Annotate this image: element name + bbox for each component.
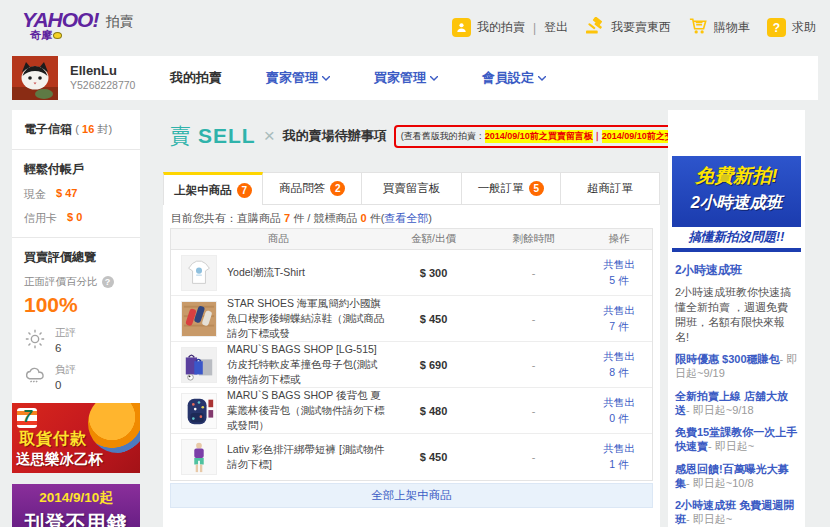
nav-member-settings[interactable]: 會員設定: [482, 69, 546, 87]
positive-label: 正評: [55, 326, 76, 340]
table-row: STAR SHOES 海軍風簡約小國旗魚口楔形後蝴蝶結涼鞋（測試商品請勿下標或發…: [171, 296, 652, 342]
sold-count-link[interactable]: 共售出1 件: [586, 441, 652, 473]
table-row: MARU`S BAGS SHOP 後背包 夏葉叢林後背包（測試物件請勿下標或發問…: [171, 388, 652, 434]
news-item: 全新拍賣上線 店舖大放送- 即日起~9/18: [675, 390, 798, 418]
price: $ 450: [386, 451, 481, 463]
positive-rating-row: 正評 6: [24, 326, 128, 354]
chevron-down-icon: [538, 76, 546, 81]
product-title-link[interactable]: STAR SHOES 海軍風簡約小國旗魚口楔形後蝴蝶結涼鞋（測試商品請勿下標或發: [227, 296, 386, 342]
mailbox-link[interactable]: 電子信箱: [24, 122, 72, 136]
legacy-board-link[interactable]: 2014/09/10前之買賣留言板: [485, 130, 593, 143]
negative-label: 負評: [55, 363, 76, 377]
table-header-row: 商品 金額/出價 剩餘時間 操作: [171, 229, 652, 250]
product-title-link[interactable]: Yodel潮流T-Shirt: [227, 265, 305, 280]
card-label: 信用卡: [24, 211, 57, 226]
logout-link[interactable]: 登出: [544, 19, 568, 36]
news-item: 限時優惠 $300穩賺包- 即日起~9/19: [675, 353, 798, 381]
seven-eleven-logo: 7: [17, 408, 37, 428]
thumbnail-shorts[interactable]: [181, 439, 217, 475]
positive-count: 6: [55, 342, 76, 354]
tab-listed-items[interactable]: 上架中商品7: [163, 172, 263, 205]
header-action: 操作: [586, 232, 652, 246]
table-row: Yodel潮流T-Shirt $ 300 - 共售出5 件: [171, 250, 652, 296]
news-list: 2小時速成班 2小時速成班教你快速搞懂全新拍賣 ，週週免費開班，名額有限快來報名…: [668, 252, 805, 527]
thumbnail-bags[interactable]: [181, 347, 217, 383]
slurpee-cup-image: [88, 403, 140, 453]
tab-store-orders[interactable]: 超商訂單: [561, 172, 660, 205]
gavel-icon: [585, 17, 605, 38]
time-remaining: -: [481, 313, 586, 325]
all-listed-items-link[interactable]: 全部上架中商品: [170, 483, 653, 508]
yahoo-wordmark: YAHOO!: [22, 9, 98, 30]
nav-buyer-manage[interactable]: 買家管理: [374, 69, 438, 87]
sold-count-link[interactable]: 共售出8 件: [586, 349, 652, 381]
easypay-title[interactable]: 輕鬆付帳戶: [24, 161, 128, 178]
question-icon[interactable]: ?: [102, 276, 114, 288]
sell-item-link[interactable]: 我要賣東西: [585, 17, 671, 38]
tab-general-orders[interactable]: 一般訂單5: [462, 172, 561, 205]
cart-link[interactable]: 購物車: [688, 17, 750, 38]
badge-count: 7: [237, 183, 252, 198]
ad-text: 免費新拍!: [672, 156, 801, 189]
tab-product-qa[interactable]: 商品問答2: [263, 172, 362, 205]
badge-count: 2: [330, 181, 345, 196]
news-intro-title[interactable]: 2小時速成班: [675, 262, 798, 279]
yahoo-auction-seller-page: YAHOO! 奇摩 拍賣 我的拍賣 | 登出 我要賣東西 購物車 ?: [0, 0, 830, 527]
tab-bar: 上架中商品7 商品問答2 買賣留言板 一般訂單5 超商訂單: [163, 172, 660, 205]
time-remaining: -: [481, 405, 586, 417]
product-title-link[interactable]: MARU`S BAGS SHOP 後背包 夏葉叢林後背包（測試物件請勿下標或發問…: [227, 388, 386, 434]
news-item-link[interactable]: 限時優惠 $300穩賺包: [675, 353, 780, 365]
chevron-down-icon: [430, 76, 438, 81]
rating-section: 買賣評價總覽 正面評價百分比? 100% 正評 6 負評 0 總評價6: [12, 238, 140, 429]
seven-eleven-ad-banner[interactable]: 7 取貨付款 送思樂冰乙杯: [12, 403, 140, 473]
username: EllenLu: [70, 63, 117, 78]
utility-bar: 我的拍賣 | 登出 我要賣東西 購物車 ? 求助: [452, 17, 816, 38]
table-row: MARU`S BAGS SHOP [LG-515]仿皮托特軟皮革撞色母子包(測試…: [171, 342, 652, 388]
price: $ 690: [386, 359, 481, 371]
tab-message-board[interactable]: 買賣留言板: [362, 172, 461, 205]
product-title-link[interactable]: MARU`S BAGS SHOP [LG-515]仿皮托特軟皮革撞色母子包(測試…: [227, 342, 386, 388]
chevron-down-icon: [322, 76, 330, 81]
free-listing-ad-banner[interactable]: 2014/9/10起 刊登不用錢: [12, 484, 140, 527]
listed-items-table: 商品 金額/出價 剩餘時間 操作 Yodel潮流T-Shirt $ 300 - …: [170, 228, 653, 481]
negative-count: 0: [55, 379, 76, 391]
time-remaining: -: [481, 267, 586, 279]
thumbnail-backpack[interactable]: [181, 393, 217, 429]
sold-count-link[interactable]: 共售出5 件: [586, 257, 652, 289]
ad-text: 取貨付款: [19, 429, 87, 450]
cash-value: $ 47: [56, 187, 77, 202]
help-link[interactable]: ? 求助: [767, 18, 816, 37]
listing-summary: 目前您共有：直購商品 7 件 / 競標商品 0 件(查看全部): [171, 211, 432, 226]
negative-rating-row: 負評 0: [24, 363, 128, 391]
time-remaining: -: [481, 359, 586, 371]
cash-label: 現金: [24, 187, 46, 202]
sun-icon: [24, 328, 46, 350]
avatar[interactable]: [12, 56, 58, 100]
user-icon: [452, 18, 471, 37]
header-price: 金額/出價: [386, 232, 481, 246]
easypay-section: 輕鬆付帳戶 現金$ 47 信用卡$ 0: [12, 150, 140, 238]
nav-my-auction[interactable]: 我的拍賣: [170, 69, 222, 87]
yahoo-kimo-auction-logo[interactable]: YAHOO! 奇摩 拍賣: [22, 9, 133, 43]
product-title-link[interactable]: Lativ 彩色排汗綁帶短褲 [測試物件請勿下標]: [227, 442, 386, 472]
cart-icon: [688, 17, 708, 38]
main-nav: 我的拍賣 賣家管理 買家管理 會員設定: [170, 56, 546, 100]
thumbnail-tshirt[interactable]: [181, 255, 217, 291]
rain-cloud-icon: [24, 365, 46, 387]
news-item: 2小時速成班 免費週週開班- 即日起~: [675, 499, 798, 527]
crash-course-ad-banner[interactable]: 免費新拍! 2小時速成班 搞懂新拍沒問題!!: [672, 156, 801, 252]
nav-seller-manage[interactable]: 賣家管理: [266, 69, 330, 87]
sold-count-link[interactable]: 共售出7 件: [586, 303, 652, 335]
title-en: SELL: [198, 124, 256, 148]
ad-text: 刊登不用錢: [12, 509, 140, 527]
view-all-link[interactable]: 查看全部: [384, 212, 428, 224]
thumbnail-shoes[interactable]: [181, 301, 217, 337]
user-bar: EllenLu Y5268228770 我的拍賣 賣家管理 買家管理 會員設定: [12, 56, 818, 100]
my-auction-link[interactable]: 我的拍賣 | 登出: [452, 18, 568, 37]
subtitle: 我的賣場待辦事項: [283, 127, 387, 145]
header-product: 商品: [171, 232, 386, 246]
ad-text: 送思樂冰乙杯: [16, 450, 103, 469]
sold-count-link[interactable]: 共售出0 件: [586, 395, 652, 427]
product-name: 拍賣: [105, 13, 133, 31]
rating-title[interactable]: 買賣評價總覽: [24, 249, 128, 266]
